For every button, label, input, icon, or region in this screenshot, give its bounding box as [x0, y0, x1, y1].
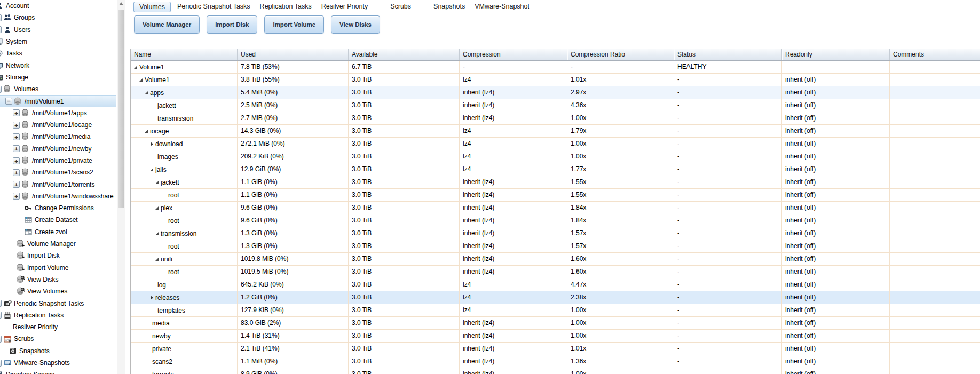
expand-icon[interactable] [0, 86, 2, 93]
table-row-root-14[interactable]: root1.3 GiB (0%)3.0 TiBinherit (lz4)1.57… [131, 240, 980, 253]
column-header-readonly[interactable]: Readonly [782, 49, 890, 60]
tree-collapse-icon[interactable] [139, 78, 143, 82]
collapse-icon[interactable]: − [5, 98, 12, 105]
sidebar-item-periodic-snapshot-tasks[interactable]: Periodic Snapshot Tasks [0, 297, 116, 309]
expand-icon[interactable] [0, 312, 2, 319]
sidebar-item-volume-manager[interactable]: Volume Manager [0, 238, 116, 250]
sidebar-item-directory-service[interactable]: Directory Service [0, 369, 116, 374]
import-volume-button[interactable]: Import Volume [264, 15, 324, 34]
expand-icon[interactable] [0, 300, 2, 307]
column-header-status[interactable]: Status [674, 49, 782, 60]
expand-icon[interactable]: + [13, 157, 20, 164]
sidebar-item-snapshots[interactable]: Snapshots [0, 345, 116, 357]
volume-manager-button[interactable]: Volume Manager [134, 15, 200, 34]
expand-icon[interactable] [0, 26, 2, 33]
sidebar-item-change-permissions[interactable]: Change Permissions [0, 202, 116, 214]
table-row-root-16[interactable]: root1019.5 MiB (0%)3.0 TiBinherit (lz4)1… [131, 266, 980, 278]
tab-snapshots[interactable]: Snapshots [429, 1, 470, 12]
expand-icon[interactable] [0, 336, 2, 343]
tree-collapse-icon[interactable] [134, 66, 137, 69]
tab-scrubs[interactable]: Scrubs [385, 1, 416, 12]
expand-icon[interactable] [0, 360, 2, 367]
expand-icon[interactable]: + [13, 193, 20, 200]
tab-periodic-snapshot-tasks[interactable]: Periodic Snapshot Tasks [172, 1, 255, 12]
table-row-volume1-0[interactable]: Volume17.8 TiB (53%)6.7 TiB--HEALTHY [131, 61, 980, 74]
table-row-iocage-5[interactable]: iocage14.3 GiB (0%)3.0 TiBlz41.79x-inher… [131, 125, 980, 138]
tree-collapse-icon[interactable] [155, 232, 159, 235]
sidebar-item-import-volume[interactable]: Import Volume [0, 262, 116, 274]
tab-resilver-priority[interactable]: Resilver Priority [317, 1, 373, 12]
table-row-transmission-4[interactable]: transmission2.7 MiB (0%)3.0 TiBinherit (… [131, 112, 980, 125]
table-row-log-17[interactable]: log645.2 KiB (0%)3.0 TiBlz44.47x-inherit… [131, 278, 980, 291]
table-row-jackett-3[interactable]: jackett2.5 MiB (0%)3.0 TiBinherit (lz4)4… [131, 99, 980, 112]
sidebar-item-account[interactable]: Account [0, 0, 116, 12]
sidebar-item-vmware-snapshots[interactable]: VMware-Snapshots [0, 357, 116, 369]
table-row-download-6[interactable]: download272.1 MiB (0%)3.0 TiBlz41.00x-in… [131, 138, 980, 150]
sidebar-item-mnt-volume1-scans2[interactable]: +/mnt/Volume1/scans2 [0, 166, 116, 178]
sidebar-item-view-disks[interactable]: View Disks [0, 274, 116, 285]
table-row-jails-8[interactable]: jails12.9 GiB (0%)3.0 TiBlz41.77x-inheri… [131, 163, 980, 176]
column-header-available[interactable]: Available [349, 49, 460, 60]
table-row-releases-18[interactable]: releases1.2 GiB (0%)3.0 TiBlz42.38x-inhe… [131, 291, 980, 304]
sidebar-item-mnt-volume1-newby[interactable]: +/mnt/Volume1/newby [0, 143, 116, 155]
table-row-media-20[interactable]: media83.0 GiB (2%)3.0 TiBinherit (lz4)1.… [131, 317, 980, 330]
table-row-apps-2[interactable]: apps5.4 MiB (0%)3.0 TiBinherit (lz4)2.97… [131, 86, 980, 99]
table-row-volume1-1[interactable]: Volume13.8 TiB (55%)3.0 TiBlz41.01x-inhe… [131, 74, 980, 86]
expand-icon[interactable]: + [13, 109, 20, 116]
tab-replication-tasks[interactable]: Replication Tasks [255, 1, 317, 12]
sidebar-item-mnt-volume1-media[interactable]: +/mnt/Volume1/media [0, 131, 116, 142]
table-row-images-7[interactable]: images209.2 KiB (0%)3.0 TiBlz41.00x-inhe… [131, 150, 980, 163]
table-row-unifi-15[interactable]: unifi1019.8 MiB (0%)3.0 TiBinherit (lz4)… [131, 253, 980, 266]
table-row-scans2-23[interactable]: scans21.1 MiB (0%)3.0 TiBinherit (lz4)1.… [131, 355, 980, 368]
tree-collapse-icon[interactable] [155, 181, 159, 184]
expand-icon[interactable]: + [13, 145, 20, 152]
column-header-comments[interactable]: Comments [890, 49, 980, 60]
sidebar-item-groups[interactable]: Groups [0, 12, 116, 23]
table-row-templates-19[interactable]: templates127.9 KiB (0%)3.0 TiBlz41.00x-i… [131, 304, 980, 317]
expand-icon[interactable]: + [13, 133, 20, 140]
table-row-newby-21[interactable]: newby1.4 TiB (31%)3.0 TiBinherit (lz4)1.… [131, 330, 980, 343]
table-row-root-12[interactable]: root9.6 GiB (0%)3.0 TiBinherit (lz4)1.84… [131, 214, 980, 227]
column-header-used[interactable]: Used [238, 49, 349, 60]
expand-icon[interactable]: + [13, 169, 20, 176]
expand-icon[interactable] [0, 14, 2, 21]
table-row-jackett-9[interactable]: jackett1.1 GiB (0%)3.0 TiBinherit (lz4)1… [131, 176, 980, 189]
table-row-torrents-24[interactable]: torrents8.9 GiB (0%)3.0 TiBinherit (lz4)… [131, 368, 980, 374]
table-row-transmission-13[interactable]: transmission1.3 GiB (0%)3.0 TiBinherit (… [131, 227, 980, 240]
tree-collapse-icon[interactable] [145, 130, 148, 133]
tree-collapse-icon[interactable] [155, 258, 159, 261]
scroll-up-arrow-icon[interactable] [119, 2, 123, 5]
sidebar-item-mnt-volume1-torrents[interactable]: +/mnt/Volume1/torrents [0, 178, 116, 190]
table-row-private-22[interactable]: private2.1 TiB (41%)3.0 TiBinherit (lz4)… [131, 343, 980, 355]
sidebar-item-mnt-volume1[interactable]: −/mnt/Volume1 [0, 95, 116, 107]
tree-expand-icon[interactable] [151, 296, 153, 300]
sidebar-item-mnt-volume1-windowsshare[interactable]: +/mnt/Volume1/windowsshare [0, 190, 116, 202]
sidebar-item-import-disk[interactable]: Import Disk [0, 250, 116, 261]
tab-vmware-snapshot[interactable]: VMware-Snapshot [470, 1, 534, 12]
column-header-compression[interactable]: Compression [460, 49, 567, 60]
table-row-plex-11[interactable]: plex9.6 GiB (0%)3.0 TiBinherit (lz4)1.84… [131, 202, 980, 214]
sidebar-item-mnt-volume1-iocage[interactable]: +/mnt/Volume1/iocage [0, 119, 116, 131]
column-header-name[interactable]: Name [131, 49, 238, 60]
sidebar-item-create-zvol[interactable]: Create zvol [0, 226, 116, 238]
column-header-compression-ratio[interactable]: Compression Ratio [567, 49, 674, 60]
sidebar-item-scrubs[interactable]: Scrubs [0, 333, 116, 345]
tree-expand-icon[interactable] [151, 142, 153, 146]
expand-icon[interactable]: + [13, 181, 20, 188]
sidebar-item-tasks[interactable]: Tasks [0, 47, 116, 59]
sidebar-item-volumes[interactable]: Volumes [0, 83, 116, 95]
sidebar-scrollbar[interactable] [117, 0, 125, 374]
sidebar-item-users[interactable]: Users [0, 24, 116, 36]
tree-collapse-icon[interactable] [150, 168, 153, 171]
sidebar-item-replication-tasks[interactable]: Replication Tasks [0, 309, 116, 321]
sidebar-item-view-volumes[interactable]: View Volumes [0, 285, 116, 297]
sidebar-item-system[interactable]: System [0, 36, 116, 47]
expand-icon[interactable]: + [13, 122, 20, 129]
tree-collapse-icon[interactable] [145, 91, 148, 94]
table-row-root-10[interactable]: root1.1 GiB (0%)3.0 TiBinherit (lz4)1.55… [131, 189, 980, 202]
sidebar-item-mnt-volume1-apps[interactable]: +/mnt/Volume1/apps [0, 107, 116, 119]
tree-collapse-icon[interactable] [155, 206, 159, 210]
import-disk-button[interactable]: Import Disk [207, 15, 257, 34]
sidebar-item-storage[interactable]: Storage [0, 71, 116, 83]
sidebar-item-resilver-priority[interactable]: Resilver Priority [0, 321, 116, 333]
